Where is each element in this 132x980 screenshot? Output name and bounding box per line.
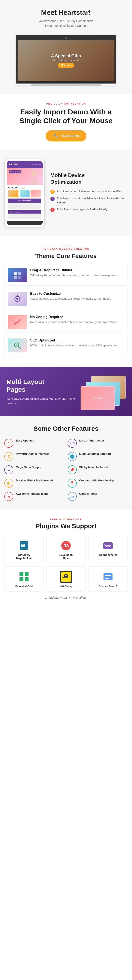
feat-icon-admin: ⚙ (4, 452, 13, 461)
phone-hero: Sale Up 55% (7, 168, 42, 185)
phone-figure (28, 169, 41, 185)
plugin-icon-cf7 (102, 571, 114, 583)
plugin-essential-grid: Essential Grid (4, 566, 44, 592)
feat-label-parallax: Parallax Effect Backgrounds (16, 479, 53, 482)
svg-rect-4 (14, 276, 17, 279)
svg-rect-27 (25, 578, 28, 581)
feature-desc-drag: WPBakery Page Builder offers amazing too… (30, 273, 117, 277)
plugin-mailchimp: MC MailChimp (46, 566, 86, 592)
svg-point-0 (30, 179, 38, 185)
plugin-contact-form-7: Contact Form 7 (88, 566, 128, 592)
feature-text-nocoding: No Coding Required No need to be a profe… (30, 315, 117, 324)
mobile-num-1: 1 (50, 189, 55, 194)
plugins-tag: FREE & COMPATIBLE (4, 518, 128, 521)
plugins-more: ... and many many more others (4, 596, 128, 599)
svg-text:W: W (21, 543, 25, 548)
install-button[interactable]: 🔧 Installation (46, 130, 86, 142)
feat-icon-stickymenu: 📌 (68, 465, 77, 474)
one-click-tag: ONE CLICK INSTALLATION (6, 102, 126, 105)
hero-subtitle: An Awesome User-Friendly Combinationof V… (4, 19, 128, 28)
feat-icon-parallax: ◧ (4, 479, 13, 488)
svg-line-15 (18, 347, 20, 348)
plugin-icon-revolution: RS (60, 539, 72, 551)
feature-thumb-nocoding: </> (8, 315, 27, 329)
core-tag: FOR EASY WEBSITE CREATION (4, 247, 128, 250)
feat-label-updates: Easy Updates (16, 439, 34, 442)
feature-thumb-seo (8, 339, 27, 352)
mobile-feature-list: 1 Absolutely all scrollable sections sup… (50, 189, 128, 212)
layout-card-3: Demo 3 (80, 387, 115, 410)
plugin-icon-wpbakery: W (18, 539, 30, 551)
svg-rect-5 (18, 276, 21, 279)
mobile-content: Mobile DeviceOptimization 1 Absolutely a… (50, 172, 128, 214)
core-title: Theme Core Features (4, 253, 128, 259)
mobile-title: Mobile DeviceOptimization (50, 172, 128, 185)
plugins-section: FREE & COMPATIBLE Plugins We Support W W… (0, 509, 132, 608)
phone-nav (31, 164, 41, 165)
feat-easy-updates: ↻ Easy Updates (4, 439, 64, 448)
other-features-section: Some Other Features ↻ Easy Updates </> L… (0, 416, 132, 509)
plugin-label-wpbakery: WPBakeryPage Builder (16, 554, 32, 560)
feature-thumb-customize (8, 292, 27, 305)
multi-layout-text: Multi LayoutPages We create Several Uniq… (6, 378, 79, 406)
multi-layout-title: Multi LayoutPages (6, 378, 79, 393)
plugin-label-woocommerce: WooCommerce (99, 554, 118, 557)
feat-icon-multilang: 🌐 (68, 452, 77, 461)
svg-point-7 (16, 298, 19, 300)
hero-title: Meet Heartstar! (4, 9, 128, 16)
feature-text-drag: Drag & Drop Page Builder WPBakery Page B… (30, 268, 117, 277)
hero-section: Meet Heartstar! An Awesome User-Friendly… (0, 0, 132, 94)
install-icon: 🔧 (53, 133, 58, 138)
other-features-grid: ↻ Easy Updates </> Lots of Shortcodes ⚙ … (4, 439, 128, 501)
feat-multilang: 🌐 Multi Language Support (68, 452, 128, 461)
feat-icon-googlemap: 📍 (68, 479, 77, 488)
feature-title-drag: Drag & Drop Page Builder (30, 268, 117, 272)
laptop-headline: A Special Gifts (51, 53, 81, 58)
feature-title-nocoding: No Coding Required (30, 315, 117, 319)
feat-icon-fonticons: ★ (4, 492, 13, 501)
svg-rect-25 (25, 572, 28, 576)
laptop-cta: Shop Now (58, 63, 75, 68)
svg-point-30 (64, 574, 68, 578)
drag-icon (13, 271, 22, 280)
mobile-section: ★ LOGO Sale Up 55% The Top Must- (0, 150, 132, 236)
feature-desc-nocoding: No need to be a professional web develop… (30, 320, 117, 324)
feat-fonticons: ★ Awesome Fontello Icons (4, 492, 64, 501)
phone-header: ★ LOGO (7, 161, 42, 168)
plugin-wpbakery: W WPBakeryPage Builder (4, 535, 44, 564)
mobile-feature-3: 3 Fully Responsive layout & Retina Ready (50, 207, 128, 212)
svg-point-31 (65, 575, 66, 576)
plugin-revolution: RS RevolutionSlider (46, 535, 86, 564)
feature-no-coding: </> No Coding Required No need to be a p… (4, 312, 128, 332)
svg-rect-26 (19, 578, 24, 581)
feature-text-seo: SEO Optimized HTML code integrated into … (30, 339, 117, 348)
install-label: Installation (61, 134, 79, 138)
phone-content: The Top Must-Haves Testimonials Latest N… (7, 185, 42, 221)
feat-label-stickymenu: Sticky Menu Included (79, 465, 108, 469)
feature-customize: Easy to Customize Awesome easy to use op… (4, 288, 128, 309)
feat-parallax: ◧ Parallax Effect Backgrounds (4, 479, 64, 488)
plugin-woocommerce: Woo WooCommerce (88, 535, 128, 564)
svg-rect-24 (19, 572, 24, 576)
feat-mega-menu: ≡ Mega Menu Support (4, 465, 64, 474)
laptop-sub: Find gifts for every moment (51, 59, 81, 61)
feat-label-googlemap: Customizable Google Map (79, 479, 114, 482)
section-divider (61, 245, 71, 245)
feature-thumb-drag (8, 268, 27, 282)
feat-icon-googlefonts: Aa (68, 492, 77, 501)
phone-mockup: ★ LOGO Sale Up 55% The Top Must- (4, 159, 45, 228)
one-click-title: Easily Import Demo With aSingle Click of… (6, 108, 126, 125)
feature-text-customize: Easy to Customize Awesome easy to use op… (30, 292, 111, 301)
mobile-feat-text-1: Absolutely all scrollable sections suppo… (57, 189, 122, 194)
mobile-feat-text-2: The theme uses Mobile Friendly sliders: … (57, 196, 128, 205)
plugin-icon-woocommerce: Woo (102, 539, 114, 551)
feature-drag-drop: Drag & Drop Page Builder WPBakery Page B… (4, 265, 128, 286)
feat-icon-updates: ↻ (4, 439, 13, 448)
phone-news-label: Latest News (8, 210, 41, 213)
multi-layout-section: Multi LayoutPages We create Several Uniq… (0, 367, 132, 416)
mobile-feat-text-3: Fully Responsive layout & Retina Ready (57, 207, 107, 212)
multi-layout-desc: We create Several Unique Demos with Diff… (6, 397, 79, 406)
plugins-grid: W WPBakeryPage Builder RS RevolutionSlid… (4, 535, 128, 592)
other-features-title: Some Other Features (4, 425, 128, 432)
core-features-section: FOR EASY WEBSITE CREATION Theme Core Fea… (0, 236, 132, 367)
